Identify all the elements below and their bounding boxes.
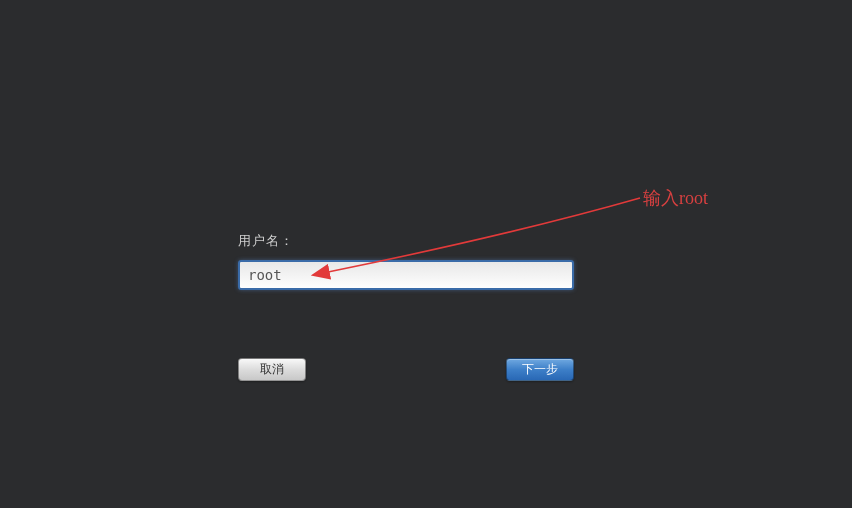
login-form: 用户名：: [238, 232, 574, 290]
next-button[interactable]: 下一步: [506, 358, 574, 381]
button-row: 取消 下一步: [238, 358, 574, 381]
username-label: 用户名：: [238, 232, 574, 250]
annotation-text: 输入root: [643, 186, 708, 210]
cancel-button[interactable]: 取消: [238, 358, 306, 381]
username-input[interactable]: [238, 260, 574, 290]
